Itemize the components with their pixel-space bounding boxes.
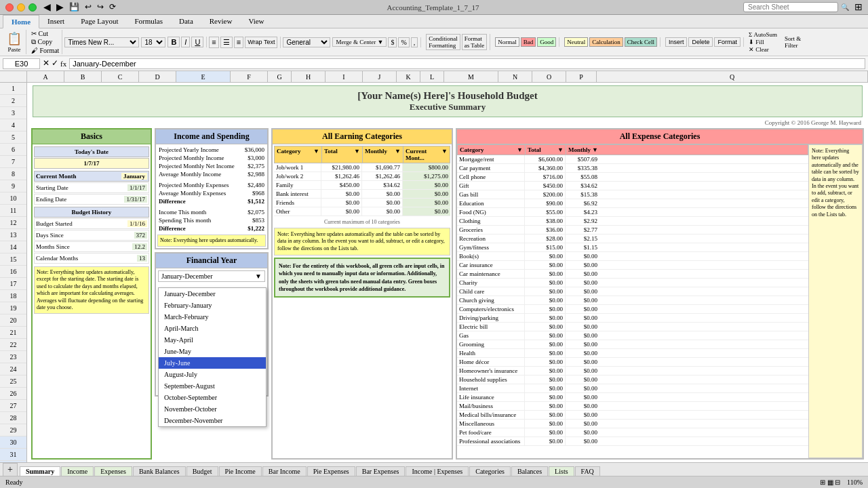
search-input[interactable]	[743, 2, 838, 12]
minimize-button[interactable]	[17, 3, 25, 12]
projected-monthly-row: Projected Monthly Income$3,000	[157, 154, 266, 162]
delete-button[interactable]: Delete	[688, 37, 713, 47]
tab-balances[interactable]: Balances	[511, 466, 548, 476]
tab-view[interactable]: View	[240, 15, 272, 28]
toolbar-icon-undo[interactable]: ↩	[85, 2, 92, 12]
conditional-format-button[interactable]: ConditionalFormatting	[426, 34, 460, 50]
currency-button[interactable]: $	[388, 37, 397, 47]
toolbar-icon-redo[interactable]: ↪	[97, 2, 104, 12]
normal-style[interactable]: Normal	[495, 37, 519, 47]
toolbar-icon-forward[interactable]: ▶	[56, 1, 64, 13]
format-painter-button[interactable]: 🖌 Format	[31, 47, 59, 54]
dropdown-item-feb-jan[interactable]: February-January	[159, 300, 266, 311]
bad-style[interactable]: Bad	[521, 37, 536, 47]
tab-bar-expenses[interactable]: Bar Expenses	[356, 466, 406, 476]
earning-row-6: Other $0.00 $0.00 $0.00	[274, 207, 450, 216]
percent-button[interactable]: %	[398, 37, 409, 47]
tab-pie-income[interactable]: Pie Income	[219, 466, 262, 476]
expense-row: Clothing$38.00$2.92	[457, 217, 808, 226]
merge-center-button[interactable]: Merge & Center ▼	[332, 37, 387, 47]
check-cell-style[interactable]: Check Cell	[625, 37, 657, 47]
toolbar-icon-back[interactable]: ◀	[43, 1, 51, 13]
underline-button[interactable]: U	[191, 37, 203, 47]
tab-formulas[interactable]: Formulas	[126, 15, 171, 28]
clear-button[interactable]: ✕ Clear	[749, 46, 777, 53]
align-right-button[interactable]: ≡	[234, 37, 243, 48]
dropdown-item-jun-may[interactable]: June-May	[159, 346, 266, 357]
tab-budget[interactable]: Budget	[186, 466, 218, 476]
dropdown-item-dec-nov[interactable]: December-November	[159, 415, 266, 426]
align-center-button[interactable]: ☰	[220, 37, 233, 48]
calculation-style[interactable]: Calculation	[589, 37, 623, 47]
wrap-text-button[interactable]: Wrap Text	[245, 37, 277, 48]
italic-button[interactable]: I	[181, 37, 190, 47]
dropdown-item-apr-mar[interactable]: April-March	[159, 323, 266, 334]
formula-input[interactable]	[69, 58, 865, 69]
comma-button[interactable]: ,	[411, 37, 418, 47]
maximize-button[interactable]	[28, 3, 37, 12]
tab-faq[interactable]: FAQ	[575, 466, 600, 476]
toolbar-icon-refresh[interactable]: ⟳	[109, 2, 116, 12]
dropdown-item-jan-dec[interactable]: January-December	[159, 288, 266, 300]
bold-button[interactable]: B	[167, 37, 180, 47]
cut-button[interactable]: ✂ Cut	[31, 30, 59, 37]
earning-col-total-header[interactable]: Total▼	[322, 146, 363, 163]
financial-year-dropdown-menu[interactable]: January-December February-January March-…	[158, 287, 267, 427]
dropdown-item-may-apr[interactable]: May-April	[159, 334, 266, 346]
dropdown-item-aug-jul[interactable]: August-July	[159, 369, 266, 380]
tab-page-layout[interactable]: Page Layout	[73, 15, 126, 28]
autosum-button[interactable]: Σ AutoSum	[749, 31, 777, 38]
dropdown-item-mar-feb[interactable]: March-February	[159, 311, 266, 323]
number-format-select[interactable]: General	[283, 37, 330, 47]
tab-data[interactable]: Data	[171, 15, 201, 28]
insert-function-button[interactable]: fx	[60, 60, 66, 68]
dropdown-item-nov-oct[interactable]: November-October	[159, 403, 266, 415]
sort-filter-button[interactable]: Sort &Filter	[785, 35, 801, 49]
tab-summary[interactable]: Summary	[20, 466, 60, 476]
cell-reference[interactable]	[3, 58, 40, 69]
format-as-table-button[interactable]: Formatas Table	[462, 34, 487, 50]
dropdown-item-jul-jun[interactable]: July-June	[159, 357, 266, 369]
avg-monthly-income-row: Average Monthly Income$2,988	[157, 170, 266, 178]
copy-button[interactable]: ⧉ Copy	[31, 38, 59, 46]
insert-button[interactable]: Insert	[665, 37, 688, 47]
font-size-select[interactable]: 18	[141, 37, 165, 47]
cancel-formula-button[interactable]: ✕	[43, 58, 50, 68]
expense-col-total-header[interactable]: Total▼	[526, 145, 566, 155]
format-button[interactable]: Format	[714, 37, 741, 47]
col-h: H	[292, 71, 326, 82]
dropdown-item-oct-sep[interactable]: October-September	[159, 392, 266, 403]
financial-year-dropdown[interactable]: January-December ▼	[158, 270, 265, 282]
fill-button[interactable]: ⬇ Fill	[749, 39, 777, 45]
expense-col-category-header[interactable]: Category▼	[458, 145, 526, 155]
days-since-row: Days Since 372	[34, 230, 149, 241]
tab-add[interactable]: +	[3, 463, 18, 476]
paste-button[interactable]: 📋 Paste	[3, 30, 26, 54]
tab-bank-balances[interactable]: Bank Balances	[133, 466, 186, 476]
close-button[interactable]	[5, 3, 14, 12]
tab-pie-expenses[interactable]: Pie Expenses	[307, 466, 355, 476]
neutral-style[interactable]: Neutral	[564, 37, 588, 47]
tab-review[interactable]: Review	[201, 15, 241, 28]
tab-expenses[interactable]: Expenses	[94, 466, 132, 476]
earning-col-category-header[interactable]: Category▼	[275, 146, 322, 163]
confirm-formula-button[interactable]: ✓	[52, 58, 58, 68]
tab-categories[interactable]: Categories	[469, 466, 511, 476]
toolbar-icon-save[interactable]: 💾	[69, 2, 79, 12]
tab-income[interactable]: Income	[61, 466, 94, 476]
good-style[interactable]: Good	[537, 37, 556, 47]
tab-bar-income[interactable]: Bar Income	[262, 466, 307, 476]
tab-insert[interactable]: Insert	[39, 15, 73, 28]
expense-row: Car insurance$0.00$0.00	[457, 261, 808, 270]
formula-bar: ✕ ✓ fx	[0, 56, 868, 71]
dropdown-item-sep-aug[interactable]: September-August	[159, 380, 266, 392]
align-left-button[interactable]: ≡	[209, 37, 218, 48]
tab-income-expenses[interactable]: Income | Expenses	[406, 466, 469, 476]
earning-col-monthly-header[interactable]: Monthly▼	[363, 146, 403, 163]
earning-col-current-header[interactable]: Current Mont...▼	[403, 146, 450, 163]
font-name-select[interactable]: Times New R...	[64, 37, 139, 47]
col-f: F	[231, 71, 268, 82]
expense-col-monthly-header[interactable]: Monthly▼	[566, 145, 600, 155]
tab-home[interactable]: Home	[3, 15, 39, 28]
tab-lists[interactable]: Lists	[549, 466, 574, 476]
